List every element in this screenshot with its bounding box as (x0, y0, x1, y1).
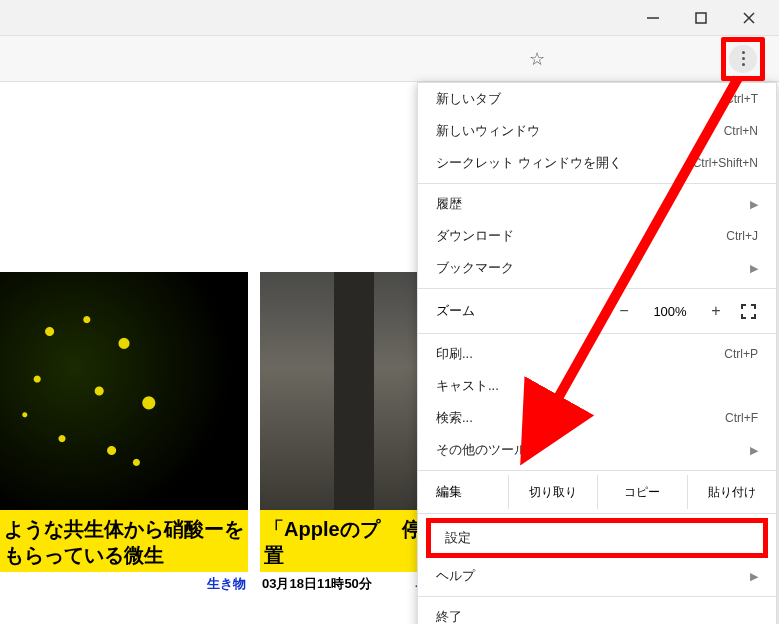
menu-shortcut: Ctrl+N (724, 124, 758, 138)
menu-label: 終了 (436, 608, 462, 624)
kebab-dot (742, 57, 745, 60)
chrome-menu-highlight (721, 37, 765, 81)
zoom-label: ズーム (436, 302, 602, 320)
chrome-menu-button[interactable] (729, 45, 757, 73)
menu-label: 設定 (445, 529, 471, 547)
cut-button[interactable]: 切り取り (508, 475, 597, 509)
menu-separator (418, 596, 776, 597)
fullscreen-icon[interactable] (738, 304, 758, 319)
card-title: ような共生体から硝酸ーをもらっている微生 (0, 510, 248, 572)
menu-label: ブックマーク (436, 259, 514, 277)
article-card[interactable]: ような共生体から硝酸ーをもらっている微生 生き物 (0, 272, 248, 593)
menu-label: 履歴 (436, 195, 462, 213)
menu-find[interactable]: 検索... Ctrl+F (418, 402, 776, 434)
menu-downloads[interactable]: ダウンロード Ctrl+J (418, 220, 776, 252)
menu-new-tab[interactable]: 新しいタブ Ctrl+T (418, 83, 776, 115)
menu-new-window[interactable]: 新しいウィンドウ Ctrl+N (418, 115, 776, 147)
edit-label: 編集 (418, 483, 508, 501)
menu-incognito[interactable]: シークレット ウィンドウを開く Ctrl+Shift+N (418, 147, 776, 179)
menu-shortcut: Ctrl+P (724, 347, 758, 361)
zoom-out-button[interactable]: − (610, 302, 638, 320)
menu-shortcut: Ctrl+Shift+N (693, 156, 758, 170)
menu-help[interactable]: ヘルプ ▶ (418, 560, 776, 592)
menu-separator (418, 470, 776, 471)
submenu-arrow-icon: ▶ (750, 262, 758, 275)
menu-separator (418, 513, 776, 514)
menu-label: 新しいタブ (436, 90, 501, 108)
zoom-value: 100% (646, 304, 694, 319)
menu-bookmarks[interactable]: ブックマーク ▶ (418, 252, 776, 284)
window-titlebar (0, 0, 779, 36)
copy-button[interactable]: コピー (597, 475, 686, 509)
menu-history[interactable]: 履歴 ▶ (418, 188, 776, 220)
submenu-arrow-icon: ▶ (750, 198, 758, 211)
minimize-button[interactable] (643, 8, 663, 28)
menu-label: ダウンロード (436, 227, 514, 245)
menu-label: その他のツール (436, 441, 527, 459)
menu-more-tools[interactable]: その他のツール ▶ (418, 434, 776, 466)
menu-zoom: ズーム − 100% + (418, 293, 776, 329)
maximize-button[interactable] (691, 8, 711, 28)
close-button[interactable] (739, 8, 759, 28)
zoom-in-button[interactable]: + (702, 302, 730, 320)
menu-separator (418, 288, 776, 289)
menu-label: キャスト... (436, 377, 499, 395)
card-footer: 生き物 (0, 572, 248, 593)
menu-label: 新しいウィンドウ (436, 122, 540, 140)
menu-label: 印刷... (436, 345, 473, 363)
chrome-main-menu: 新しいタブ Ctrl+T 新しいウィンドウ Ctrl+N シークレット ウィンド… (417, 82, 777, 624)
menu-label: 検索... (436, 409, 473, 427)
paste-button[interactable]: 貼り付け (687, 475, 776, 509)
settings-highlight: 設定 (426, 518, 768, 558)
menu-shortcut: Ctrl+T (725, 92, 758, 106)
menu-exit[interactable]: 終了 (418, 601, 776, 624)
menu-edit: 編集 切り取り コピー 貼り付け (418, 475, 776, 509)
menu-print[interactable]: 印刷... Ctrl+P (418, 338, 776, 370)
bookmark-star-icon[interactable]: ☆ (529, 48, 545, 70)
menu-cast[interactable]: キャスト... (418, 370, 776, 402)
kebab-dot (742, 51, 745, 54)
kebab-dot (742, 63, 745, 66)
card-category[interactable]: 生き物 (207, 575, 246, 593)
menu-shortcut: Ctrl+J (726, 229, 758, 243)
menu-settings[interactable]: 設定 (439, 525, 755, 551)
menu-shortcut: Ctrl+F (725, 411, 758, 425)
submenu-arrow-icon: ▶ (750, 444, 758, 457)
menu-label: ヘルプ (436, 567, 475, 585)
menu-label: シークレット ウィンドウを開く (436, 154, 622, 172)
svg-rect-1 (696, 13, 706, 23)
menu-separator (418, 183, 776, 184)
card-date: 03月18日11時50分 (262, 575, 372, 593)
toolbar: ☆ (0, 36, 779, 82)
card-thumbnail (0, 272, 248, 510)
menu-separator (418, 333, 776, 334)
submenu-arrow-icon: ▶ (750, 570, 758, 583)
